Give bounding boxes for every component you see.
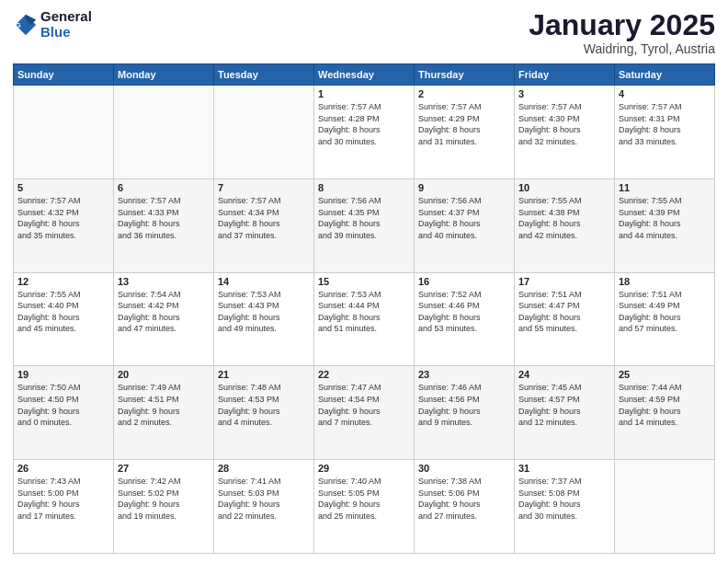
day-info: Sunrise: 7:48 AMSunset: 4:53 PMDaylight:… bbox=[218, 382, 310, 428]
calendar-cell: 4Sunrise: 7:57 AMSunset: 4:31 PMDaylight… bbox=[615, 86, 715, 179]
day-info: Sunrise: 7:57 AMSunset: 4:28 PMDaylight:… bbox=[318, 101, 410, 147]
day-number: 22 bbox=[318, 369, 410, 380]
day-info: Sunrise: 7:41 AMSunset: 5:03 PMDaylight:… bbox=[218, 476, 310, 522]
calendar-cell: 7Sunrise: 7:57 AMSunset: 4:34 PMDaylight… bbox=[214, 178, 314, 272]
calendar-subtitle: Waidring, Tyrol, Austria bbox=[529, 41, 715, 56]
calendar-cell: 18Sunrise: 7:51 AMSunset: 4:49 PMDayligh… bbox=[615, 272, 715, 366]
day-info: Sunrise: 7:38 AMSunset: 5:06 PMDaylight:… bbox=[418, 476, 510, 522]
calendar-cell: 10Sunrise: 7:55 AMSunset: 4:38 PMDayligh… bbox=[515, 178, 615, 272]
day-number: 16 bbox=[418, 276, 510, 287]
day-info: Sunrise: 7:44 AMSunset: 4:59 PMDaylight:… bbox=[619, 382, 711, 428]
day-number: 30 bbox=[418, 463, 510, 474]
day-number: 17 bbox=[518, 276, 610, 287]
calendar-cell: 12Sunrise: 7:55 AMSunset: 4:40 PMDayligh… bbox=[14, 272, 114, 366]
day-number: 29 bbox=[318, 463, 410, 474]
day-info: Sunrise: 7:50 AMSunset: 4:50 PMDaylight:… bbox=[17, 382, 109, 428]
calendar-cell: 24Sunrise: 7:45 AMSunset: 4:57 PMDayligh… bbox=[515, 366, 615, 460]
day-number: 15 bbox=[318, 276, 410, 287]
calendar-cell: 31Sunrise: 7:37 AMSunset: 5:08 PMDayligh… bbox=[515, 460, 615, 554]
day-info: Sunrise: 7:52 AMSunset: 4:46 PMDaylight:… bbox=[418, 289, 510, 335]
day-info: Sunrise: 7:55 AMSunset: 4:40 PMDaylight:… bbox=[17, 289, 109, 335]
day-number: 10 bbox=[518, 182, 610, 193]
week-row-1: 1Sunrise: 7:57 AMSunset: 4:28 PMDaylight… bbox=[14, 86, 715, 179]
day-number: 7 bbox=[218, 182, 310, 193]
calendar-cell: 19Sunrise: 7:50 AMSunset: 4:50 PMDayligh… bbox=[14, 366, 114, 460]
week-row-3: 12Sunrise: 7:55 AMSunset: 4:40 PMDayligh… bbox=[14, 272, 715, 366]
day-info: Sunrise: 7:57 AMSunset: 4:34 PMDaylight:… bbox=[218, 195, 310, 241]
calendar-cell: 9Sunrise: 7:56 AMSunset: 4:37 PMDaylight… bbox=[415, 178, 515, 272]
day-number: 26 bbox=[17, 463, 109, 474]
calendar-cell: 20Sunrise: 7:49 AMSunset: 4:51 PMDayligh… bbox=[114, 366, 214, 460]
day-number: 4 bbox=[619, 88, 711, 99]
calendar-page: G General Blue January 2025 Waidring, Ty… bbox=[0, 0, 728, 563]
calendar-cell: 2Sunrise: 7:57 AMSunset: 4:29 PMDaylight… bbox=[415, 86, 515, 179]
col-header-friday: Friday bbox=[515, 64, 615, 86]
calendar-cell: 11Sunrise: 7:55 AMSunset: 4:39 PMDayligh… bbox=[615, 178, 715, 272]
day-number: 28 bbox=[218, 463, 310, 474]
day-info: Sunrise: 7:51 AMSunset: 4:47 PMDaylight:… bbox=[518, 289, 610, 335]
day-number: 3 bbox=[518, 88, 610, 99]
day-info: Sunrise: 7:57 AMSunset: 4:29 PMDaylight:… bbox=[418, 101, 510, 147]
day-number: 2 bbox=[418, 88, 510, 99]
col-header-sunday: Sunday bbox=[14, 64, 114, 86]
svg-text:G: G bbox=[16, 20, 21, 29]
calendar-cell: 29Sunrise: 7:40 AMSunset: 5:05 PMDayligh… bbox=[314, 460, 415, 554]
day-number: 6 bbox=[118, 182, 210, 193]
week-row-2: 5Sunrise: 7:57 AMSunset: 4:32 PMDaylight… bbox=[14, 178, 715, 272]
calendar-cell: 30Sunrise: 7:38 AMSunset: 5:06 PMDayligh… bbox=[415, 460, 515, 554]
calendar-cell bbox=[214, 86, 314, 179]
day-info: Sunrise: 7:54 AMSunset: 4:42 PMDaylight:… bbox=[118, 289, 210, 335]
title-block: January 2025 Waidring, Tyrol, Austria bbox=[529, 9, 715, 56]
logo-icon: G bbox=[13, 12, 39, 38]
day-number: 27 bbox=[118, 463, 210, 474]
day-info: Sunrise: 7:43 AMSunset: 5:00 PMDaylight:… bbox=[17, 476, 109, 522]
day-info: Sunrise: 7:42 AMSunset: 5:02 PMDaylight:… bbox=[118, 476, 210, 522]
calendar-cell: 28Sunrise: 7:41 AMSunset: 5:03 PMDayligh… bbox=[214, 460, 314, 554]
day-info: Sunrise: 7:46 AMSunset: 4:56 PMDaylight:… bbox=[418, 382, 510, 428]
calendar-cell: 13Sunrise: 7:54 AMSunset: 4:42 PMDayligh… bbox=[114, 272, 214, 366]
day-info: Sunrise: 7:51 AMSunset: 4:49 PMDaylight:… bbox=[619, 289, 711, 335]
col-header-tuesday: Tuesday bbox=[214, 64, 314, 86]
day-number: 25 bbox=[619, 369, 711, 380]
day-number: 23 bbox=[418, 369, 510, 380]
calendar-cell: 25Sunrise: 7:44 AMSunset: 4:59 PMDayligh… bbox=[615, 366, 715, 460]
calendar-cell: 8Sunrise: 7:56 AMSunset: 4:35 PMDaylight… bbox=[314, 178, 415, 272]
calendar-title: January 2025 bbox=[529, 9, 715, 41]
day-number: 19 bbox=[17, 369, 109, 380]
calendar-cell: 15Sunrise: 7:53 AMSunset: 4:44 PMDayligh… bbox=[314, 272, 415, 366]
day-info: Sunrise: 7:47 AMSunset: 4:54 PMDaylight:… bbox=[318, 382, 410, 428]
day-number: 9 bbox=[418, 182, 510, 193]
day-info: Sunrise: 7:53 AMSunset: 4:44 PMDaylight:… bbox=[318, 289, 410, 335]
day-info: Sunrise: 7:55 AMSunset: 4:39 PMDaylight:… bbox=[619, 195, 711, 241]
calendar-cell: 5Sunrise: 7:57 AMSunset: 4:32 PMDaylight… bbox=[14, 178, 114, 272]
calendar-cell: 27Sunrise: 7:42 AMSunset: 5:02 PMDayligh… bbox=[114, 460, 214, 554]
day-number: 21 bbox=[218, 369, 310, 380]
day-number: 18 bbox=[619, 276, 711, 287]
logo-line1: General bbox=[40, 9, 92, 25]
calendar-cell bbox=[114, 86, 214, 179]
day-number: 24 bbox=[518, 369, 610, 380]
col-header-wednesday: Wednesday bbox=[314, 64, 415, 86]
day-info: Sunrise: 7:57 AMSunset: 4:32 PMDaylight:… bbox=[17, 195, 109, 241]
day-number: 5 bbox=[17, 182, 109, 193]
day-info: Sunrise: 7:55 AMSunset: 4:38 PMDaylight:… bbox=[518, 195, 610, 241]
day-info: Sunrise: 7:57 AMSunset: 4:31 PMDaylight:… bbox=[619, 101, 711, 147]
calendar-table: SundayMondayTuesdayWednesdayThursdayFrid… bbox=[13, 63, 715, 554]
day-info: Sunrise: 7:49 AMSunset: 4:51 PMDaylight:… bbox=[118, 382, 210, 428]
calendar-cell: 22Sunrise: 7:47 AMSunset: 4:54 PMDayligh… bbox=[314, 366, 415, 460]
day-info: Sunrise: 7:57 AMSunset: 4:30 PMDaylight:… bbox=[518, 101, 610, 147]
col-header-saturday: Saturday bbox=[615, 64, 715, 86]
logo-line2: Blue bbox=[40, 25, 92, 40]
calendar-cell: 26Sunrise: 7:43 AMSunset: 5:00 PMDayligh… bbox=[14, 460, 114, 554]
calendar-cell: 1Sunrise: 7:57 AMSunset: 4:28 PMDaylight… bbox=[314, 86, 415, 179]
calendar-cell: 14Sunrise: 7:53 AMSunset: 4:43 PMDayligh… bbox=[214, 272, 314, 366]
header: G General Blue January 2025 Waidring, Ty… bbox=[13, 9, 715, 56]
day-number: 13 bbox=[118, 276, 210, 287]
week-row-4: 19Sunrise: 7:50 AMSunset: 4:50 PMDayligh… bbox=[14, 366, 715, 460]
calendar-cell: 21Sunrise: 7:48 AMSunset: 4:53 PMDayligh… bbox=[214, 366, 314, 460]
day-info: Sunrise: 7:45 AMSunset: 4:57 PMDaylight:… bbox=[518, 382, 610, 428]
header-row: SundayMondayTuesdayWednesdayThursdayFrid… bbox=[14, 64, 715, 86]
day-number: 1 bbox=[318, 88, 410, 99]
col-header-monday: Monday bbox=[114, 64, 214, 86]
calendar-cell: 23Sunrise: 7:46 AMSunset: 4:56 PMDayligh… bbox=[415, 366, 515, 460]
